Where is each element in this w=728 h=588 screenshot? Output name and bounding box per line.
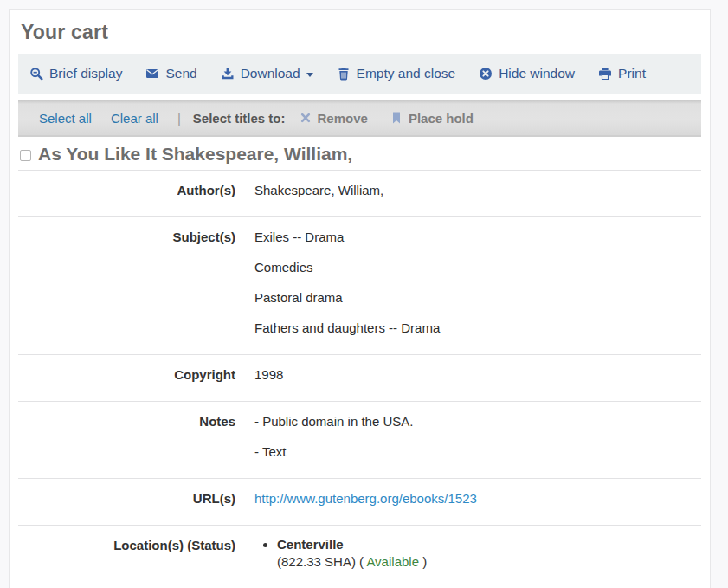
field-value: Shakespeare, William, (254, 181, 701, 211)
cart-toolbar: Brief displaySendDownloadEmpty and close… (18, 54, 701, 94)
record-field-row: Location(s) (Status)Centerville(822.33 S… (18, 525, 701, 576)
field-value-line: http://www.gutenberg.org/ebooks/1523 (254, 489, 701, 508)
locations-list: Centerville(822.33 SHA) ( Available ) (254, 536, 701, 571)
toolbar-item-label: Empty and close (357, 66, 456, 81)
record-checkbox[interactable] (20, 150, 31, 161)
location-item: Centerville(822.33 SHA) ( Available ) (277, 536, 701, 571)
field-value-line: - Text (254, 443, 701, 462)
toolbar-item-label: Send (165, 66, 196, 81)
record-field-row: Notes- Public domain in the USA.- Text (18, 401, 701, 478)
record-field-row: Author(s)Shakespeare, William, (18, 170, 701, 216)
select-all-link[interactable]: Select all (39, 111, 92, 126)
hide-window-button[interactable]: Hide window (479, 66, 575, 81)
empty-and-close-button[interactable]: Empty and close (337, 66, 456, 81)
times-circle-icon (479, 67, 493, 81)
record-title: As You Like It Shakespeare, William, (38, 144, 352, 165)
location-callnumber: (822.33 SHA) ( (277, 554, 366, 569)
field-value-line: 1998 (254, 365, 701, 384)
field-label: Copyright (18, 365, 254, 396)
trash-icon (337, 67, 351, 81)
url-link[interactable]: http://www.gutenberg.org/ebooks/1523 (254, 491, 477, 506)
print-icon (598, 67, 612, 81)
field-value: - Public domain in the USA.- Text (254, 412, 701, 473)
envelope-icon (145, 67, 159, 81)
field-value: Centerville(822.33 SHA) ( Available ) (254, 536, 701, 571)
brief-display-button[interactable]: Brief display (29, 66, 122, 81)
remove-label: Remove (318, 111, 368, 126)
field-value: 1998 (254, 365, 701, 396)
remove-button[interactable]: Remove (300, 111, 368, 126)
location-status-line: (822.33 SHA) ( Available ) (277, 553, 701, 571)
field-value: http://www.gutenberg.org/ebooks/1523 (254, 489, 701, 520)
toolbar-item-label: Download (241, 66, 300, 81)
field-label: Notes (18, 412, 254, 473)
record-field-row: Copyright1998 (18, 354, 701, 401)
download-button[interactable]: Download (221, 66, 313, 81)
record-details: Author(s)Shakespeare, William,Subject(s)… (18, 170, 701, 576)
field-value: Exiles -- DramaComediesPastoral dramaFat… (254, 228, 701, 349)
field-label: Location(s) (Status) (18, 536, 254, 571)
caret-down-icon (306, 73, 313, 77)
place-hold-label: Place hold (409, 111, 474, 126)
status-suffix: ) (419, 554, 427, 569)
separator: | (177, 111, 181, 126)
field-label: Author(s) (18, 181, 254, 211)
send-button[interactable]: Send (145, 66, 196, 81)
field-value-line: Pastoral drama (254, 288, 701, 307)
field-value-line: Shakespeare, William, (254, 181, 701, 200)
bookmark-icon (390, 112, 403, 124)
location-name: Centerville (277, 536, 701, 553)
availability-status: Available (366, 554, 419, 569)
field-label: Subject(s) (18, 228, 254, 349)
toolbar-item-label: Print (618, 66, 646, 81)
select-titles-prompt: Select titles to: (193, 111, 286, 126)
page-title: Your cart (21, 21, 710, 44)
search-minus-icon (29, 67, 43, 81)
remove-x-icon (300, 112, 312, 124)
record-field-row: URL(s)http://www.gutenberg.org/ebooks/15… (18, 478, 701, 525)
place-hold-button[interactable]: Place hold (390, 111, 474, 126)
record-field-row: Subject(s)Exiles -- DramaComediesPastora… (18, 216, 701, 354)
download-icon (221, 67, 235, 81)
field-value-line: Comedies (254, 258, 701, 277)
record-title-row: As You Like It Shakespeare, William, (10, 137, 710, 170)
field-label: URL(s) (18, 489, 254, 520)
toolbar-item-label: Hide window (499, 66, 575, 81)
field-value-line: Exiles -- Drama (254, 228, 701, 247)
cart-window: Your cart Brief displaySendDownloadEmpty… (9, 9, 711, 588)
selection-toolbar: Select all Clear all | Select titles to:… (18, 100, 701, 137)
print-button[interactable]: Print (598, 66, 646, 81)
field-value-line: - Public domain in the USA. (254, 412, 701, 431)
clear-all-link[interactable]: Clear all (111, 111, 158, 126)
field-value-line: Fathers and daughters -- Drama (254, 319, 701, 338)
toolbar-item-label: Brief display (49, 66, 122, 81)
